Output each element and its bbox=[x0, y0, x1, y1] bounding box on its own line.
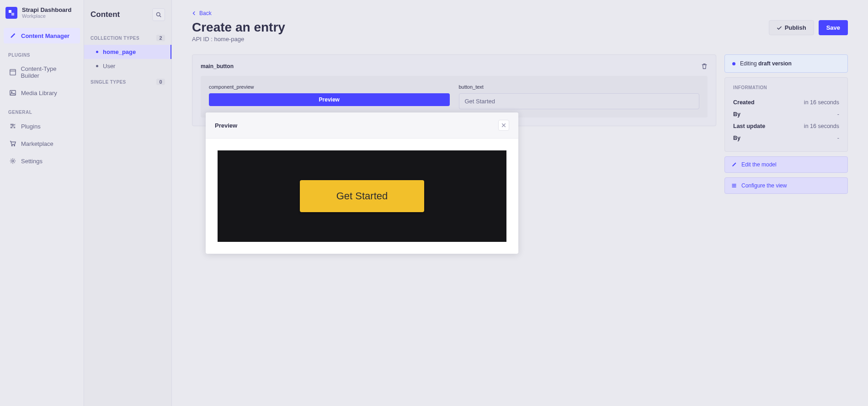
info-row-updated-by: By - bbox=[733, 132, 839, 144]
primary-nav: Strapi Dashboard Workplace Content Manag… bbox=[0, 0, 84, 406]
info-key: Created bbox=[733, 99, 755, 106]
modal-close-button[interactable] bbox=[498, 120, 509, 131]
edit-model-label: Edit the model bbox=[741, 161, 777, 168]
content-item-user[interactable]: User bbox=[84, 59, 171, 73]
content-nav: Content COLLECTION TYPES 2 home_page Use… bbox=[84, 0, 172, 406]
publish-label: Publish bbox=[785, 24, 806, 31]
nav-label: Settings bbox=[21, 158, 43, 165]
collection-types-count: 2 bbox=[156, 35, 165, 41]
svg-rect-2 bbox=[10, 69, 16, 75]
layout-icon bbox=[9, 69, 16, 76]
info-row-created: Created in 16 seconds bbox=[733, 96, 839, 108]
info-key: By bbox=[733, 111, 740, 118]
nav-content-type-builder[interactable]: Content-Type Builder bbox=[4, 61, 80, 83]
status-dot-icon bbox=[732, 62, 735, 65]
content-item-home-page[interactable]: home_page bbox=[84, 45, 171, 59]
dot-icon bbox=[96, 65, 98, 67]
nav-label: Plugins bbox=[21, 123, 41, 130]
nav-section-general: GENERAL bbox=[0, 102, 84, 118]
search-button[interactable] bbox=[152, 8, 165, 21]
field-label-button-text: button_text bbox=[459, 84, 700, 90]
nav-section-plugins: PLUGINS bbox=[0, 44, 84, 60]
preview-modal: Preview Get Started bbox=[206, 112, 518, 254]
info-row-created-by: By - bbox=[733, 108, 839, 120]
nav-media-library[interactable]: Media Library bbox=[4, 85, 80, 101]
svg-rect-4 bbox=[10, 91, 16, 96]
dot-icon bbox=[96, 51, 98, 53]
arrow-left-icon bbox=[192, 11, 197, 16]
single-types-count: 0 bbox=[156, 79, 165, 85]
back-label: Back bbox=[199, 10, 212, 16]
brand-title: Strapi Dashboard bbox=[22, 6, 71, 13]
info-value: - bbox=[837, 135, 839, 141]
list-icon bbox=[731, 183, 737, 188]
pencil-icon bbox=[731, 162, 737, 167]
editing-prefix: Editing bbox=[740, 60, 758, 67]
delete-button[interactable] bbox=[701, 63, 708, 69]
nav-label: Media Library bbox=[21, 90, 57, 96]
collection-types-label: COLLECTION TYPES bbox=[91, 36, 139, 41]
info-value: - bbox=[837, 111, 839, 118]
brand-subtitle: Workplace bbox=[22, 13, 71, 19]
preview-stage: Get Started bbox=[218, 150, 506, 242]
svg-rect-0 bbox=[9, 10, 11, 13]
info-row-updated: Last update in 16 seconds bbox=[733, 120, 839, 132]
preview-button[interactable]: Preview bbox=[209, 93, 450, 106]
field-label-preview: component_preview bbox=[209, 84, 450, 90]
close-icon bbox=[501, 123, 506, 128]
nav-plugins[interactable]: Plugins bbox=[4, 118, 80, 134]
svg-point-6 bbox=[11, 145, 12, 146]
svg-point-8 bbox=[12, 160, 14, 162]
content-item-label: User bbox=[103, 63, 115, 69]
info-value: in 16 seconds bbox=[804, 123, 839, 129]
brand: Strapi Dashboard Workplace bbox=[0, 6, 84, 27]
search-icon bbox=[156, 12, 161, 17]
single-types-label: SINGLE TYPES bbox=[91, 80, 126, 85]
image-icon bbox=[9, 89, 16, 96]
info-key: Last update bbox=[733, 123, 765, 129]
editing-version: draft version bbox=[758, 60, 792, 67]
button-text-input[interactable] bbox=[459, 93, 700, 109]
modal-title: Preview bbox=[215, 122, 237, 129]
information-title: INFORMATION bbox=[733, 85, 839, 90]
configure-view-label: Configure the view bbox=[741, 182, 787, 189]
component-name: main_button bbox=[201, 63, 234, 69]
svg-rect-1 bbox=[11, 13, 14, 16]
preview-rendered-button: Get Started bbox=[300, 180, 425, 212]
publish-button[interactable]: Publish bbox=[769, 20, 814, 35]
nav-label: Content-Type Builder bbox=[21, 65, 75, 79]
brand-logo-icon bbox=[5, 7, 17, 19]
api-id: API ID : home-page bbox=[192, 36, 285, 43]
svg-point-7 bbox=[14, 145, 15, 146]
page-title: Create an entry bbox=[192, 20, 285, 35]
nav-settings[interactable]: Settings bbox=[4, 153, 80, 169]
info-key: By bbox=[733, 135, 740, 141]
gear-icon bbox=[9, 157, 16, 165]
configure-view-link[interactable]: Configure the view bbox=[724, 177, 848, 194]
info-value: in 16 seconds bbox=[804, 99, 839, 106]
puzzle-icon bbox=[9, 123, 16, 130]
svg-point-5 bbox=[11, 91, 12, 92]
pencil-icon bbox=[9, 32, 16, 39]
edit-model-link[interactable]: Edit the model bbox=[724, 156, 848, 173]
nav-content-manager[interactable]: Content Manager bbox=[4, 28, 80, 43]
save-label: Save bbox=[826, 24, 840, 31]
nav-marketplace[interactable]: Marketplace bbox=[4, 136, 80, 151]
svg-point-9 bbox=[157, 13, 160, 16]
editing-status: Editing draft version bbox=[724, 54, 848, 73]
save-button[interactable]: Save bbox=[819, 20, 848, 35]
information-card: INFORMATION Created in 16 seconds By - L… bbox=[724, 77, 848, 152]
nav-label: Content Manager bbox=[21, 32, 69, 39]
content-item-label: home_page bbox=[103, 48, 136, 55]
back-link[interactable]: Back bbox=[192, 10, 212, 16]
check-icon bbox=[777, 25, 782, 31]
nav-label: Marketplace bbox=[21, 140, 53, 147]
content-nav-title: Content bbox=[91, 10, 120, 19]
cart-icon bbox=[9, 140, 16, 147]
